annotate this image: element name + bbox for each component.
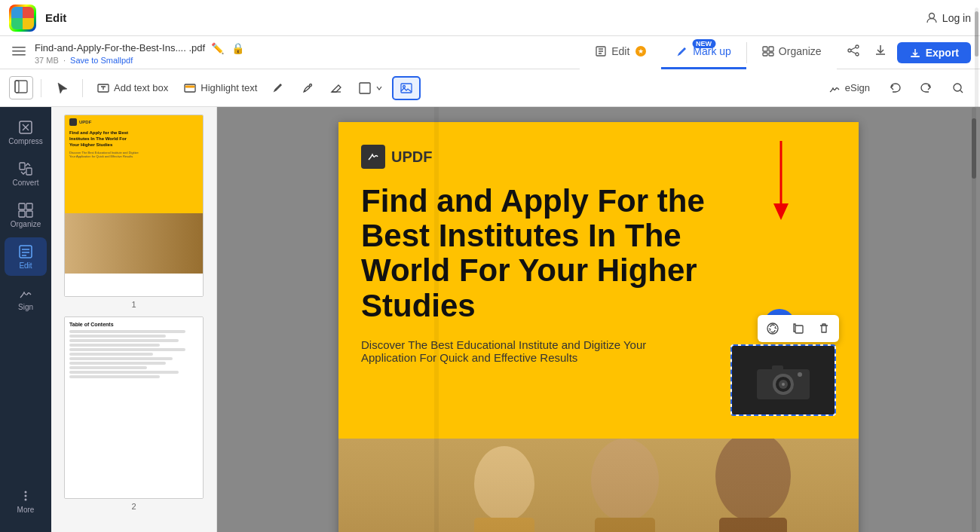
- sidebar-item-edit[interactable]: Edit: [5, 237, 47, 276]
- login-button[interactable]: Log in: [926, 12, 971, 24]
- thumbnail-1-wrapper: UPDF Find and Apply for the BestInstitut…: [59, 115, 209, 309]
- redo-button[interactable]: [914, 78, 939, 99]
- panel-resize-handle[interactable]: [434, 107, 439, 532]
- tab-edit[interactable]: Edit ★: [580, 36, 661, 69]
- svg-rect-2: [12, 50, 26, 52]
- shapes-tool-button[interactable]: [352, 78, 389, 99]
- esign-icon: [828, 81, 841, 95]
- tab-markup[interactable]: Mark up NEW: [661, 36, 746, 69]
- pencil-icon: [272, 81, 286, 95]
- pdf-logo-text: UPDF: [391, 148, 432, 166]
- toolbar: Add text box Highlight text: [0, 69, 980, 107]
- svg-point-0: [929, 13, 934, 18]
- add-text-box-button[interactable]: Add text box: [90, 78, 174, 99]
- edit-star-badge: ★: [635, 46, 646, 57]
- sidebar-item-sign[interactable]: Sign: [5, 279, 47, 317]
- app-logo: [9, 5, 36, 32]
- svg-point-9: [856, 45, 859, 48]
- sign-icon: [17, 285, 34, 301]
- file-name: Find-and-Apply-For-the-Best-Ins.... .pdf: [35, 42, 205, 54]
- svg-point-10: [848, 49, 851, 52]
- thumb-page-1-content: UPDF Find and Apply for the BestInstitut…: [65, 115, 203, 296]
- sidebar-item-convert[interactable]: Convert: [5, 154, 47, 193]
- svg-rect-50: [338, 439, 859, 532]
- hamburger-button[interactable]: [9, 41, 29, 63]
- download-button[interactable]: [870, 40, 891, 65]
- file-info: Find-and-Apply-For-the-Best-Ins.... .pdf…: [35, 41, 246, 65]
- export-button[interactable]: Export: [897, 42, 971, 63]
- tab-organize-label: Organize: [779, 45, 822, 57]
- sidebar-edit-label: Edit: [19, 261, 32, 270]
- highlight-text-button[interactable]: Highlight text: [177, 78, 263, 99]
- svg-point-21: [954, 84, 961, 91]
- pdf-scrollbar-track: [972, 107, 976, 532]
- redo-icon: [920, 81, 933, 95]
- pdf-scrollbar[interactable]: [971, 107, 977, 532]
- tab-organize[interactable]: Organize: [747, 36, 837, 69]
- convert-icon: [17, 161, 34, 177]
- compress-icon: [17, 119, 34, 136]
- edit-filename-button[interactable]: ✏️: [210, 41, 225, 56]
- select-icon: [55, 81, 69, 95]
- add-text-box-label: Add text box: [114, 82, 168, 93]
- export-label: Export: [926, 47, 959, 59]
- svg-rect-19: [401, 84, 412, 93]
- image-delete-button[interactable]: [813, 318, 835, 339]
- esign-button[interactable]: eSign: [822, 78, 876, 99]
- tab-group: Edit ★ Mark up NEW Organize: [580, 36, 837, 69]
- top-bar: Edit Log in: [0, 0, 980, 36]
- lock-button[interactable]: 🔒: [230, 41, 246, 56]
- replace-icon: [766, 322, 779, 335]
- svg-rect-13: [15, 81, 27, 93]
- highlight-text-label: Highlight text: [201, 82, 257, 93]
- edit-tab-icon: [595, 45, 607, 57]
- login-label: Log in: [942, 12, 971, 24]
- undo-icon: [888, 81, 902, 95]
- svg-rect-8: [769, 53, 773, 56]
- pdf-image-element[interactable]: [730, 344, 836, 416]
- svg-point-17: [310, 84, 312, 86]
- svg-rect-14: [15, 81, 19, 93]
- more-icon: [17, 488, 34, 504]
- save-to-smallpdf-link[interactable]: Save to Smallpdf: [70, 56, 133, 65]
- export-icon: [909, 47, 921, 59]
- undo-button[interactable]: [882, 78, 908, 99]
- sidebar-item-more[interactable]: More: [5, 482, 47, 520]
- page-number-2: 2: [131, 502, 136, 511]
- pen-icon: [301, 81, 314, 95]
- tab-edit-label: Edit: [611, 45, 629, 57]
- pdf-yellow-section: UPDF Find and Apply For the Best Institu…: [338, 122, 859, 439]
- svg-rect-6: [769, 47, 773, 51]
- search-button[interactable]: [945, 78, 971, 99]
- panel-toggle-button[interactable]: [9, 76, 33, 99]
- svg-rect-40: [772, 365, 783, 371]
- image-copy-button[interactable]: [788, 318, 809, 339]
- second-bar: Find-and-Apply-For-the-Best-Ins.... .pdf…: [0, 36, 980, 69]
- organize-tab-icon: [762, 45, 774, 57]
- eraser-tool-button[interactable]: [323, 78, 349, 99]
- svg-rect-7: [763, 53, 767, 56]
- image-tool-button[interactable]: [392, 76, 421, 100]
- thumbnail-page-1[interactable]: UPDF Find and Apply for the BestInstitut…: [64, 115, 204, 297]
- copy-icon: [792, 322, 805, 335]
- red-arrow-svg: [770, 137, 792, 228]
- pencil-tool-button[interactable]: [266, 78, 292, 99]
- share-icon: [846, 43, 861, 58]
- share-button[interactable]: [843, 40, 864, 65]
- shapes-icon: [358, 81, 372, 95]
- add-text-box-icon: [96, 81, 110, 95]
- app-title: Edit: [45, 11, 66, 24]
- select-tool-button[interactable]: [49, 78, 75, 99]
- sidebar-item-organize[interactable]: Organize: [5, 196, 47, 234]
- svg-rect-25: [19, 203, 25, 209]
- pen-tool-button[interactable]: [295, 78, 320, 99]
- camera-image: [753, 358, 813, 403]
- user-icon: [926, 12, 938, 24]
- panel-toggle-icon: [14, 80, 28, 93]
- image-replace-button[interactable]: [762, 318, 783, 339]
- sidebar-item-compress[interactable]: Compress: [5, 113, 47, 151]
- edit-sidebar-icon: [17, 243, 34, 260]
- thumb-yellow-header: UPDF Find and Apply for the BestInstitut…: [65, 115, 203, 213]
- thumbnail-page-2[interactable]: Table of Contents: [64, 316, 204, 499]
- shapes-dropdown-icon: [375, 84, 383, 92]
